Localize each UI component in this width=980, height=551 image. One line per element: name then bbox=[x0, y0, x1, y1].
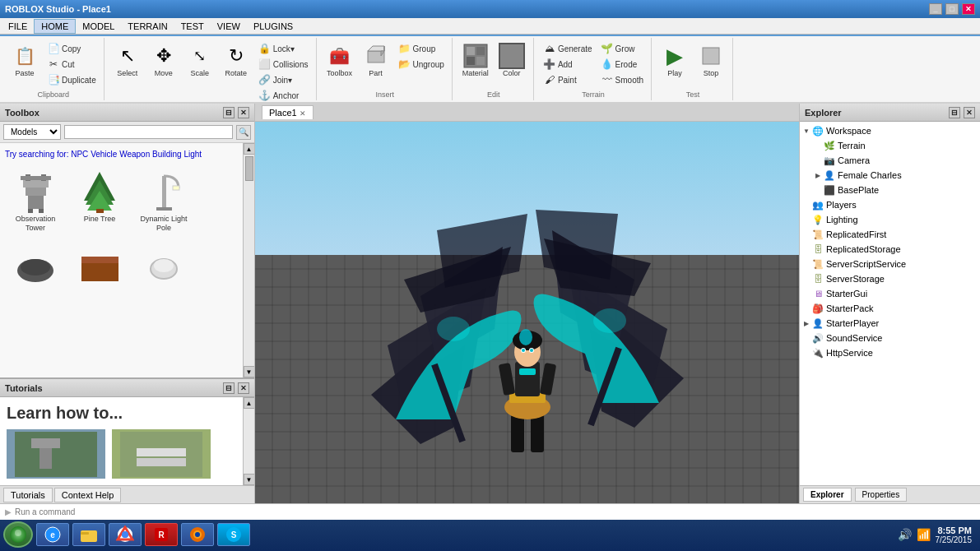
stop-button[interactable]: Stop bbox=[694, 41, 727, 79]
cut-button[interactable]: ✂ Cut bbox=[44, 57, 99, 72]
minimize-btn[interactable]: _ bbox=[929, 3, 942, 15]
tree-http-service[interactable]: 🔌 HttpService bbox=[801, 345, 978, 360]
select-button[interactable]: ↖ Select bbox=[111, 41, 144, 79]
scroll-down[interactable]: ▼ bbox=[244, 366, 255, 377]
move-button[interactable]: ✥ Move bbox=[147, 41, 180, 79]
collisions-button[interactable]: ⬜ Collisions bbox=[256, 57, 311, 72]
join-button[interactable]: 🔗 Join▾ bbox=[256, 72, 311, 87]
menu-terrain[interactable]: TERRAIN bbox=[121, 20, 174, 33]
tree-replicated-first[interactable]: 📜 ReplicatedFirst bbox=[801, 227, 978, 242]
tree-lighting[interactable]: 💡 Lighting bbox=[801, 212, 978, 227]
taskbar-folder[interactable] bbox=[72, 523, 105, 546]
tree-replicated-storage[interactable]: 🗄 ReplicatedStorage bbox=[801, 242, 978, 257]
properties-tab[interactable]: Properties bbox=[855, 488, 908, 502]
play-button[interactable]: ▶ Play bbox=[658, 41, 691, 79]
menu-home[interactable]: HOME bbox=[34, 19, 76, 34]
tut-scroll-down[interactable]: ▼ bbox=[244, 474, 255, 485]
scroll-thumb[interactable] bbox=[245, 156, 253, 181]
group-button[interactable]: 📁 Group bbox=[396, 41, 447, 56]
tool-item-2b[interactable] bbox=[71, 243, 128, 292]
explorer-close-btn[interactable]: ✕ bbox=[964, 107, 975, 118]
menu-model[interactable]: MODEL bbox=[76, 20, 121, 33]
tree-terrain[interactable]: 🌿 Terrain bbox=[801, 138, 978, 153]
tree-baseplate[interactable]: ⬛ BasePlate bbox=[801, 183, 978, 197]
search-button[interactable]: 🔍 bbox=[236, 125, 251, 140]
tut-scroll-up[interactable]: ▲ bbox=[244, 397, 255, 409]
material-button[interactable]: Material bbox=[459, 41, 492, 79]
tree-sound-service[interactable]: 🔊 SoundService bbox=[801, 331, 978, 345]
rotate-button[interactable]: ↻ Rotate bbox=[220, 41, 253, 79]
anchor-button[interactable]: ⚓ Anchor bbox=[256, 88, 311, 103]
tree-players[interactable]: 👥 Players bbox=[801, 197, 978, 212]
tutorials-close-btn[interactable]: ✕ bbox=[238, 382, 249, 394]
generate-button[interactable]: ⛰ Generate bbox=[541, 41, 595, 56]
toolbox-button[interactable]: 🧰 Toolbox bbox=[323, 41, 356, 79]
smooth-button[interactable]: 〰 Smooth bbox=[598, 72, 646, 87]
lock-button[interactable]: 🔒 Lock▾ bbox=[256, 41, 311, 56]
suggestion-building[interactable]: Building bbox=[152, 150, 182, 159]
tutorials-dock-btn[interactable]: ⊟ bbox=[223, 382, 235, 394]
command-input[interactable] bbox=[15, 507, 975, 516]
model-dropdown[interactable]: Models Decals Audio Meshes bbox=[3, 124, 61, 140]
erode-button[interactable]: 💧 Erode bbox=[598, 57, 646, 72]
scroll-up[interactable]: ▲ bbox=[244, 143, 255, 155]
copy-button[interactable]: 📄 Copy bbox=[44, 41, 99, 56]
grow-button[interactable]: 🌱 Grow bbox=[598, 41, 646, 56]
suggestion-vehicle[interactable]: Vehicle bbox=[91, 150, 117, 159]
tree-starter-pack[interactable]: 🎒 StarterPack bbox=[801, 301, 978, 316]
tutorial-item-2[interactable] bbox=[112, 429, 211, 479]
tree-starter-gui[interactable]: 🖥 StarterGui bbox=[801, 286, 978, 301]
ungroup-icon: 📂 bbox=[398, 58, 411, 71]
search-input[interactable] bbox=[64, 125, 233, 139]
tool-item-2c[interactable] bbox=[135, 243, 193, 292]
explorer-tab[interactable]: Explorer bbox=[803, 488, 852, 502]
ungroup-button[interactable]: 📂 Ungroup bbox=[396, 57, 447, 72]
tutorial-item-1[interactable] bbox=[7, 429, 105, 479]
start-button[interactable] bbox=[3, 521, 33, 548]
tool-item-tower[interactable]: Observation Tower bbox=[7, 165, 64, 233]
part-button[interactable]: Part bbox=[360, 41, 392, 79]
scroll-track[interactable] bbox=[244, 155, 254, 366]
suggestion-light[interactable]: Light bbox=[183, 150, 202, 159]
tree-workspace[interactable]: ▼ 🌐 Workspace bbox=[801, 123, 978, 138]
menu-test[interactable]: TEST bbox=[174, 20, 211, 33]
svg-rect-70 bbox=[81, 532, 89, 535]
tool-item-tree[interactable]: Pine Tree bbox=[71, 165, 128, 233]
taskbar-firefox[interactable] bbox=[181, 523, 214, 546]
menu-plugins[interactable]: PLUGINS bbox=[247, 20, 300, 33]
close-btn[interactable]: ✕ bbox=[962, 3, 975, 15]
tut-scroll-track[interactable] bbox=[244, 409, 254, 474]
paint-button[interactable]: 🖌 Paint bbox=[541, 72, 595, 87]
add-button[interactable]: ➕ Add bbox=[541, 57, 595, 72]
tree-female-charles[interactable]: ▶ 👤 Female Charles bbox=[801, 168, 978, 183]
tool-item-2a[interactable] bbox=[7, 243, 64, 292]
viewport-tab-close[interactable]: ✕ bbox=[300, 109, 306, 118]
tree-starter-player[interactable]: ▶ 👤 StarterPlayer bbox=[801, 316, 978, 331]
suggestion-npc[interactable]: NPC bbox=[71, 150, 88, 159]
tutorials-tab[interactable]: Tutorials bbox=[3, 488, 53, 502]
menu-view[interactable]: VIEW bbox=[211, 20, 247, 33]
toolbox-scrollbar: ▲ ▼ bbox=[243, 143, 254, 377]
context-help-tab[interactable]: Context Help bbox=[54, 488, 122, 502]
toolbox-dock-btn[interactable]: ⊟ bbox=[223, 107, 235, 118]
baseplate-label: BasePlate bbox=[838, 185, 879, 195]
tree-camera[interactable]: 📷 Camera bbox=[801, 153, 978, 168]
suggestion-weapon[interactable]: Weapon bbox=[119, 150, 150, 159]
tool-item-lightpole[interactable]: Dynamic Light Pole bbox=[135, 165, 193, 233]
toolbox-close-btn[interactable]: ✕ bbox=[238, 107, 249, 118]
taskbar-roblox[interactable]: R bbox=[145, 523, 178, 546]
scale-button[interactable]: ⤡ Scale bbox=[183, 41, 216, 79]
edit-group-label: Edit bbox=[487, 89, 500, 99]
tree-server-script-service[interactable]: 📜 ServerScriptService bbox=[801, 257, 978, 271]
tree-server-storage[interactable]: 🗄 ServerStorage bbox=[801, 271, 978, 286]
taskbar-skype[interactable]: S bbox=[217, 523, 250, 546]
taskbar-chrome[interactable] bbox=[109, 523, 142, 546]
paste-button[interactable]: 📋 Paste bbox=[8, 41, 41, 79]
menu-file[interactable]: FILE bbox=[2, 20, 34, 33]
color-button[interactable]: Color bbox=[495, 41, 528, 79]
taskbar-ie[interactable]: e bbox=[36, 523, 69, 546]
maximize-btn[interactable]: □ bbox=[945, 3, 959, 15]
viewport-tab-place1[interactable]: Place1 ✕ bbox=[262, 105, 314, 119]
duplicate-button[interactable]: 📑 Duplicate bbox=[44, 72, 99, 87]
explorer-dock-btn[interactable]: ⊟ bbox=[949, 107, 960, 118]
